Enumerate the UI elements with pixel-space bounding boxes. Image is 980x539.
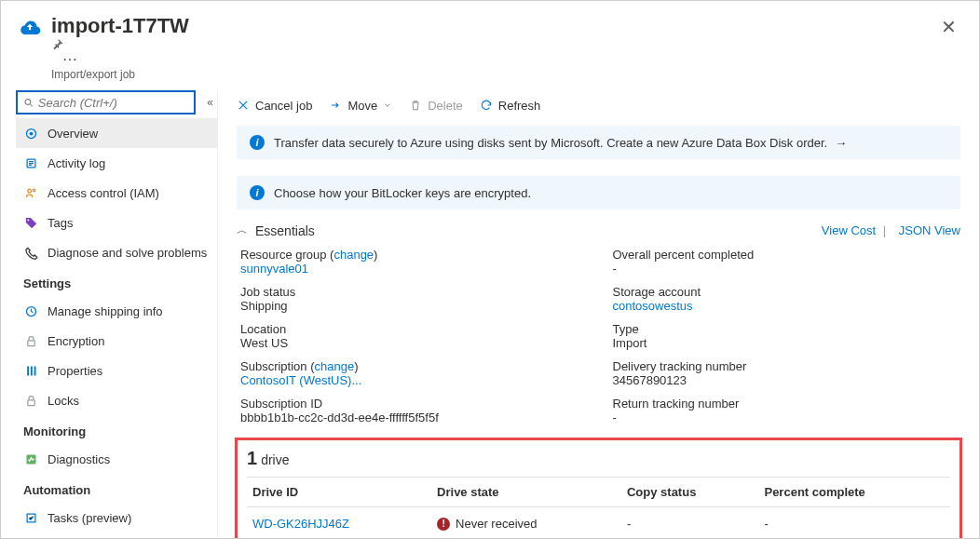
cancel-job-button[interactable]: Cancel job <box>237 99 312 113</box>
essentials-label: Subscription (change) <box>240 359 585 373</box>
sidebar-item-label: Properties <box>48 364 102 378</box>
databox-banner[interactable]: i Transfer data securely to Azure using … <box>237 126 960 159</box>
svg-rect-13 <box>27 399 34 405</box>
copy-status: - <box>621 507 759 540</box>
svg-point-0 <box>25 99 31 104</box>
info-icon: i <box>250 135 265 150</box>
sidebar-item-activity-log[interactable]: Activity log <box>16 148 217 178</box>
essentials-value[interactable]: contosowestus <box>613 299 958 313</box>
sidebar-item-label: Access control (IAM) <box>48 186 159 200</box>
activity-icon <box>23 155 38 170</box>
drive-section: 1drive Drive IDDrive stateCopy statusPer… <box>235 438 962 539</box>
sidebar-item-label: Diagnose and solve problems <box>48 246 207 260</box>
change-link[interactable]: change <box>314 359 354 373</box>
percent-complete: - <box>758 507 950 540</box>
svg-rect-11 <box>30 366 32 375</box>
svg-line-1 <box>30 103 32 105</box>
sidebar-item-manage-shipping-info[interactable]: Manage shipping info <box>16 296 217 326</box>
collapse-sidebar-icon[interactable]: « <box>203 92 217 113</box>
svg-point-3 <box>29 131 33 135</box>
essentials-label: Subscription ID <box>240 397 585 411</box>
essentials-value: - <box>613 262 958 276</box>
drive-id-link[interactable]: WD-GK26HJJ46Z <box>252 517 349 531</box>
essentials-label: Overall percent completed <box>613 248 958 262</box>
essentials-value[interactable]: ContosoIT (WestUS)... <box>240 373 585 387</box>
table-row: WD-GK26HJJ46Z!Never received-- <box>247 507 950 540</box>
essentials-value: bbbb1b1b-cc2c-dd3d-ee4e-ffffff5f5f5f <box>240 411 585 424</box>
sidebar-item-properties[interactable]: Properties <box>16 356 217 385</box>
drive-column-header: Percent complete <box>758 478 950 507</box>
sidebar-item-label: Manage shipping info <box>48 304 163 318</box>
essentials-label: Delivery tracking number <box>613 359 958 373</box>
sidebar-item-tasks-preview-[interactable]: Tasks (preview) <box>16 503 217 532</box>
error-icon: ! <box>437 518 450 531</box>
move-button[interactable]: Move <box>329 99 392 113</box>
bitlocker-banner[interactable]: i Choose how your BitLocker keys are enc… <box>237 176 960 209</box>
page-subtitle: Import/export job <box>51 68 935 81</box>
sidebar-item-label: Encryption <box>48 334 104 348</box>
change-link[interactable]: change <box>333 248 374 262</box>
svg-point-7 <box>27 219 29 221</box>
sidebar-item-label: Overview <box>48 127 98 141</box>
svg-rect-9 <box>27 340 34 345</box>
svg-rect-14 <box>26 454 35 464</box>
sidebar-group-settings: Settings <box>16 267 217 296</box>
props-icon <box>23 363 38 378</box>
pin-icon[interactable] <box>51 38 935 50</box>
sidebar-item-locks[interactable]: Locks <box>16 385 217 415</box>
essentials-value: 34567890123 <box>613 373 958 387</box>
close-button[interactable]: ✕ <box>935 14 962 40</box>
locks-icon <box>23 393 38 408</box>
sidebar-item-export-template[interactable]: Export template <box>16 532 217 539</box>
diag-icon <box>23 451 38 466</box>
essentials-title: Essentials <box>255 223 315 238</box>
sidebar-item-label: Activity log <box>48 156 105 170</box>
essentials-value: - <box>613 411 958 424</box>
diagnose-icon <box>23 245 38 260</box>
essentials-value: Import <box>613 336 958 350</box>
chevron-down-icon <box>383 101 392 110</box>
drive-state: !Never received <box>437 517 616 531</box>
drive-column-header: Drive ID <box>247 478 431 507</box>
more-icon[interactable]: ⋯ <box>62 51 79 67</box>
sidebar-item-diagnostics[interactable]: Diagnostics <box>16 444 217 474</box>
svg-point-6 <box>33 189 35 192</box>
lock-icon <box>23 333 38 348</box>
essentials-value: West US <box>240 336 585 350</box>
svg-rect-12 <box>34 366 35 375</box>
essentials-value: Shipping <box>240 299 585 313</box>
essentials-value[interactable]: sunnyvale01 <box>240 262 585 276</box>
essentials-label: Location <box>240 322 585 336</box>
search-input[interactable] <box>16 90 196 115</box>
sidebar-group-monitoring: Monitoring <box>16 415 217 444</box>
overview-icon <box>23 126 38 141</box>
shipping-icon <box>23 303 38 318</box>
sidebar-item-label: Tasks (preview) <box>48 511 131 525</box>
sidebar-item-label: Locks <box>48 394 79 408</box>
sidebar-item-encryption[interactable]: Encryption <box>16 326 217 356</box>
drive-count-title: 1drive <box>247 444 950 477</box>
essentials-label: Type <box>613 322 958 336</box>
sidebar-group-automation: Automation <box>16 474 217 503</box>
sidebar-item-diagnose-and-solve-problems[interactable]: Diagnose and solve problems <box>16 237 217 267</box>
essentials-label: Resource group (change) <box>240 248 585 262</box>
drive-column-header: Drive state <box>431 478 621 507</box>
essentials-label: Storage account <box>613 285 958 299</box>
chevron-up-icon[interactable]: ︿ <box>237 222 248 238</box>
essentials-label: Return tracking number <box>613 397 958 411</box>
view-cost-link[interactable]: View Cost <box>822 223 876 237</box>
refresh-button[interactable]: Refresh <box>480 99 541 113</box>
sidebar-item-label: Tags <box>48 216 73 230</box>
svg-rect-10 <box>27 366 29 375</box>
sidebar-item-overview[interactable]: Overview <box>16 118 217 148</box>
sidebar-item-tags[interactable]: Tags <box>16 208 217 237</box>
info-icon: i <box>250 185 265 200</box>
page-title: import-1T7TW <box>51 14 189 38</box>
svg-point-5 <box>27 189 31 193</box>
drive-column-header: Copy status <box>621 478 759 507</box>
tasks-icon <box>23 510 38 525</box>
essentials-label: Job status <box>240 285 585 299</box>
resource-icon <box>18 14 42 40</box>
sidebar-item-access-control-iam-[interactable]: Access control (IAM) <box>16 178 217 208</box>
json-view-link[interactable]: JSON View <box>899 223 960 237</box>
